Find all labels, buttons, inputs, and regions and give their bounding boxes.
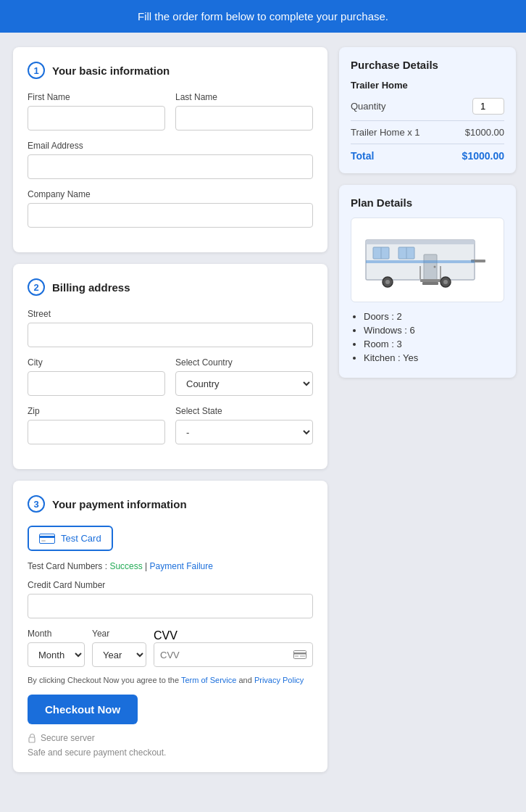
credit-card-icon (39, 534, 55, 544)
card-tab[interactable]: Test Card (28, 526, 113, 551)
svg-point-15 (434, 266, 436, 268)
privacy-link[interactable]: Privacy Policy (254, 676, 304, 684)
quantity-label: Quantity (351, 101, 385, 112)
basic-info-header: 1 Your basic information (28, 62, 313, 79)
state-group: Select State - (175, 406, 313, 444)
cvv-input[interactable] (154, 645, 288, 666)
secure-row: Secure server (28, 733, 313, 743)
svg-rect-23 (366, 260, 475, 263)
lock-icon (28, 733, 36, 743)
country-select[interactable]: Country (175, 371, 313, 396)
zip-label: Zip (28, 406, 165, 416)
city-label: City (28, 357, 165, 368)
street-row: Street (28, 309, 313, 347)
product-name: Trailer Home (351, 80, 504, 91)
last-name-input[interactable] (175, 106, 313, 130)
city-input[interactable] (28, 371, 165, 396)
email-input[interactable] (28, 154, 313, 179)
svg-rect-6 (300, 655, 305, 657)
payment-title: Your payment information (52, 498, 187, 510)
last-name-group: Last Name (175, 92, 313, 130)
street-input[interactable] (28, 323, 313, 347)
month-label: Month (28, 629, 85, 639)
svg-rect-17 (422, 282, 438, 285)
purchase-title: Purchase Details (351, 59, 504, 71)
first-name-input[interactable] (28, 106, 165, 130)
safe-text: Safe and secure payment checkout. (28, 747, 313, 758)
payment-card: 3 Your payment information Test Card Tes… (13, 481, 327, 772)
plan-image-box (351, 218, 504, 302)
email-group: Email Address (28, 141, 313, 179)
section-3-number: 3 (28, 495, 45, 513)
month-group: Month Month (28, 629, 85, 667)
feature-windows: Windows : 6 (364, 325, 504, 336)
checkout-button[interactable]: Checkout Now (28, 695, 138, 724)
cvv-group: CVV (154, 629, 313, 667)
plan-details-card: Plan Details (339, 185, 516, 378)
section-2-number: 2 (28, 278, 45, 296)
cvv-icon (288, 650, 312, 659)
line-item-label: Trailer Home x 1 (351, 127, 420, 138)
plan-features-list: Doors : 2 Windows : 6 Room : 3 Kitchen :… (351, 311, 504, 363)
company-input[interactable] (28, 203, 313, 228)
svg-point-19 (385, 280, 390, 284)
total-value: $1000.00 (462, 150, 504, 162)
company-label: Company Name (28, 189, 313, 199)
quantity-row: Quantity (351, 98, 504, 115)
total-label: Total (351, 150, 374, 162)
svg-rect-0 (40, 534, 55, 543)
svg-point-21 (443, 280, 448, 284)
name-row: First Name Last Name (28, 92, 313, 130)
last-name-label: Last Name (175, 92, 313, 102)
test-card-label: Test Card Numbers : (28, 561, 107, 571)
company-row: Company Name (28, 189, 313, 228)
failure-link[interactable]: Payment Failure (150, 561, 213, 571)
month-select[interactable]: Month (28, 642, 85, 667)
success-link[interactable]: Success (109, 561, 142, 571)
feature-doors: Doors : 2 (364, 311, 504, 322)
secure-label: Secure server (41, 733, 95, 743)
card-tab-label: Test Card (61, 533, 101, 544)
svg-rect-2 (41, 540, 46, 542)
state-select[interactable]: - (175, 420, 313, 444)
billing-card: 2 Billing address Street City Select Cou… (13, 264, 327, 469)
expiry-row: Month Month Year Year CVV (28, 629, 313, 667)
billing-header: 2 Billing address (28, 278, 313, 296)
svg-rect-3 (294, 651, 306, 659)
svg-rect-4 (293, 652, 306, 655)
zip-input[interactable] (28, 420, 165, 444)
street-group: Street (28, 309, 313, 347)
right-column: Purchase Details Trailer Home Quantity T… (339, 47, 516, 378)
svg-rect-16 (420, 279, 441, 282)
city-country-row: City Select Country Country (28, 357, 313, 396)
section-1-number: 1 (28, 62, 45, 79)
state-label: Select State (175, 406, 313, 416)
email-row: Email Address (28, 141, 313, 179)
year-select[interactable]: Year (92, 642, 146, 667)
svg-rect-1 (39, 536, 55, 538)
first-name-group: First Name (28, 92, 165, 130)
trailer-home-image (359, 225, 496, 294)
cc-row: Credit Card Number (28, 580, 313, 618)
payment-header: 3 Your payment information (28, 495, 313, 513)
feature-room: Room : 3 (364, 339, 504, 349)
billing-title: Billing address (52, 281, 130, 294)
test-card-info: Test Card Numbers : Success | Payment Fa… (28, 561, 313, 571)
cc-label: Credit Card Number (28, 580, 313, 590)
city-group: City (28, 357, 165, 396)
line-item-row: Trailer Home x 1 $1000.00 (351, 127, 504, 138)
year-label: Year (92, 629, 146, 639)
purchase-details-card: Purchase Details Trailer Home Quantity T… (339, 47, 516, 173)
terms-link[interactable]: Term of Service (181, 676, 236, 684)
divider (351, 120, 504, 121)
zip-state-row: Zip Select State - (28, 406, 313, 444)
cc-input[interactable] (28, 594, 313, 618)
quantity-input[interactable] (472, 98, 504, 115)
terms-text: By clicking Checkout Now you agree to th… (28, 676, 313, 684)
company-group: Company Name (28, 189, 313, 228)
feature-kitchen: Kitchen : Yes (364, 352, 504, 363)
total-row: Total $1000.00 (351, 150, 504, 162)
svg-rect-7 (29, 737, 35, 742)
top-banner: Fill the order form below to complete yo… (0, 0, 526, 33)
banner-text: Fill the order form below to complete yo… (138, 10, 388, 22)
